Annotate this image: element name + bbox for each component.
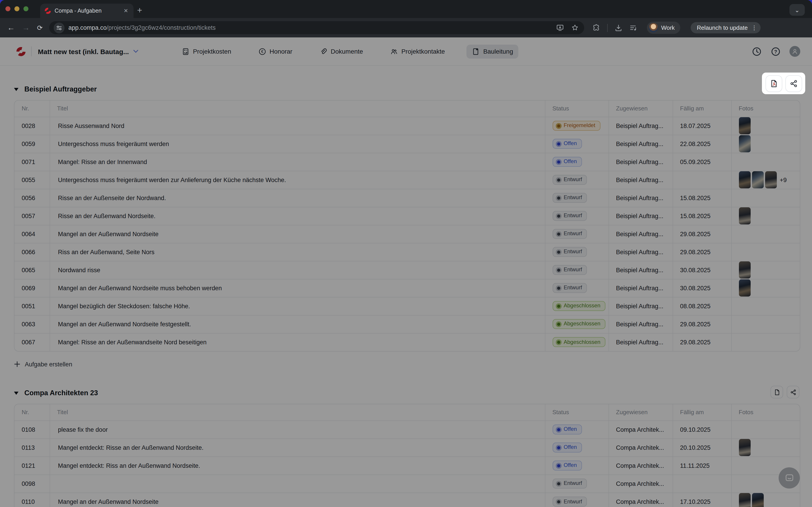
photo-thumbnail[interactable] <box>752 171 763 188</box>
ticket-number: 0059 <box>14 135 50 153</box>
photo-thumbnail[interactable] <box>765 171 776 188</box>
status-label: Entwurf <box>564 285 582 291</box>
pdf-export-button[interactable] <box>765 75 782 92</box>
table-row[interactable]: 0055Untergeschoss muss freigeräumt werde… <box>14 171 800 189</box>
status-label: Entwurf <box>564 481 582 487</box>
table-row[interactable]: 0121Mangel entdeckt: Riss an der Außenwa… <box>14 456 800 474</box>
column-header: Titel <box>50 101 545 117</box>
create-task-button[interactable]: Aufgabe erstellen <box>14 359 800 370</box>
help-icon[interactable]: ? <box>770 46 781 57</box>
ticket-number: 0065 <box>14 261 50 279</box>
column-header: Fotos <box>731 404 800 420</box>
site-info-icon[interactable] <box>53 22 64 33</box>
table-row[interactable]: 0113Mangel entdeckt: Risse an der Außenw… <box>14 439 800 456</box>
photo-thumbnail[interactable] <box>739 207 750 224</box>
share-button[interactable] <box>785 75 802 92</box>
table-row[interactable]: 0067Mangel: Risse an der Außenwandseite … <box>14 333 800 351</box>
ticket-number: 0110 <box>14 493 50 507</box>
chat-bubble-icon <box>784 473 794 483</box>
tickets-table: Nr.TitelStatusZugewiesenFällig amFotos01… <box>14 404 800 507</box>
table-row[interactable]: 0108please fix the doorOffenCompa Archit… <box>14 420 800 439</box>
share-button[interactable] <box>787 386 799 398</box>
app-header: Matt new test (inkl. Bautag... Projektko… <box>0 38 812 66</box>
tab-search-button[interactable]: ⌄ <box>790 4 805 16</box>
new-tab-button[interactable]: + <box>137 4 142 16</box>
relaunch-to-update-button[interactable]: Relaunch to update ⋮ <box>691 22 761 33</box>
table-row[interactable]: 0098EntwurfCompa Architek... <box>14 474 800 493</box>
table-row[interactable]: 0069Mangel an der Außenwand Nordseite mu… <box>14 279 800 297</box>
reload-icon[interactable]: ⟳ <box>37 24 43 32</box>
downloads-icon[interactable] <box>614 24 622 32</box>
ticket-title: Risse an der Außenseite der Nordwand. <box>50 189 545 207</box>
header-actions: ? <box>752 46 800 57</box>
photo-thumbnail[interactable] <box>752 493 763 507</box>
photo-thumbnail[interactable] <box>739 171 750 188</box>
status-label: Entwurf <box>564 213 582 219</box>
back-icon[interactable]: ← <box>7 23 15 32</box>
zoom-window-button[interactable] <box>23 6 29 11</box>
tab-close-icon[interactable]: ✕ <box>123 8 129 14</box>
nav-item-bauleitung[interactable]: Bauleitung <box>466 44 518 58</box>
table-row[interactable]: 0051Mangel bezüglich der Steckdosen: fal… <box>14 297 800 315</box>
ticket-due-date: 29.08.2025 <box>673 243 731 261</box>
collapse-caret-icon[interactable] <box>14 391 18 395</box>
ticket-title: Nordwand risse <box>50 261 545 279</box>
photo-thumbnail[interactable] <box>739 279 750 296</box>
project-selector[interactable]: Matt new test (inkl. Bautag... <box>38 48 138 55</box>
photos-more-count: +9 <box>780 176 787 183</box>
nav-item-dokumente[interactable]: Dokumente <box>314 44 368 58</box>
table-row[interactable]: 0065Nordwand risseEntwurfBeispiel Auftra… <box>14 261 800 279</box>
tickets-content: Beispiel AuftraggeberNr.TitelStatusZugew… <box>0 84 812 507</box>
table-row[interactable]: 0063Mangel an der Außenwand Nordseite fe… <box>14 315 800 333</box>
ticket-status-cell: Offen <box>545 439 609 456</box>
pdf-export-button[interactable] <box>770 386 783 398</box>
minimize-window-button[interactable] <box>14 6 19 11</box>
photo-thumbnail[interactable] <box>739 439 750 456</box>
forward-icon[interactable]: → <box>22 23 30 32</box>
table-row[interactable]: 0064Mangel an der Außenwand NordseiteEnt… <box>14 225 800 243</box>
section-title: Compa Architekten 23 <box>24 389 98 397</box>
save-to-device-icon[interactable] <box>556 24 564 32</box>
table-row[interactable]: 0059Untergeschoss muss freigeräumt werde… <box>14 135 800 153</box>
table-row[interactable]: 0028Risse Aussenwand NordFreigemeldetBei… <box>14 117 800 135</box>
bookmark-star-icon[interactable] <box>571 24 578 32</box>
browser-tab[interactable]: Compa - Aufgaben ✕ <box>40 4 134 18</box>
header-divider <box>31 46 32 56</box>
table-row[interactable]: 0056Risse an der Außenseite der Nordwand… <box>14 189 800 207</box>
photo-thumbnail[interactable] <box>739 117 750 134</box>
ticket-title: Mangel an der Außenwand Nordseite muss b… <box>50 279 545 297</box>
table-row[interactable]: 0071Mangel: Risse an der InnenwandOffenB… <box>14 153 800 171</box>
user-avatar[interactable] <box>790 46 800 57</box>
browser-menu-icon[interactable]: ⋮ <box>751 25 757 31</box>
nav-item-label: Projektkontakte <box>401 48 445 55</box>
ticket-number: 0057 <box>14 207 50 225</box>
media-controls-icon[interactable] <box>629 24 637 32</box>
photo-thumbnail[interactable] <box>739 262 750 279</box>
browser-profile-chip[interactable]: Work <box>647 22 680 34</box>
chat-launcher-button[interactable] <box>779 467 800 489</box>
ticket-photos-cell <box>731 153 800 171</box>
nav-item-honorar[interactable]: €Honorar <box>253 44 298 58</box>
people-icon <box>390 48 398 55</box>
tour-spotlight <box>762 72 805 94</box>
table-row[interactable]: 0110Mangel an der Außenwand NordseiteEnt… <box>14 493 800 507</box>
ticket-number: 0056 <box>14 189 50 207</box>
table-row[interactable]: 0057Risse an der Außenwand Nordseite.Ent… <box>14 207 800 225</box>
relaunch-label: Relaunch to update <box>697 24 748 31</box>
nav-item-label: Dokumente <box>331 48 363 55</box>
close-window-button[interactable] <box>5 6 10 11</box>
ticket-due-date: 29.08.2025 <box>673 333 731 351</box>
photo-thumbnail[interactable] <box>739 135 750 152</box>
photo-thumbnail[interactable] <box>739 493 750 507</box>
nav-item-projektkontakte[interactable]: Projektkontakte <box>385 44 450 58</box>
ticket-assignee: Beispiel Auftrag... <box>609 279 673 297</box>
history-clock-icon[interactable] <box>752 46 762 57</box>
ticket-status-cell: Abgeschlossen <box>545 315 609 333</box>
ticket-photos-cell <box>731 261 800 279</box>
extensions-icon[interactable] <box>592 24 600 32</box>
collapse-caret-icon[interactable] <box>14 88 18 91</box>
nav-item-projektkosten[interactable]: Projektkosten <box>176 44 237 58</box>
table-row[interactable]: 0066Riss an der Außenwand, Seite NorsEnt… <box>14 243 800 261</box>
address-bar[interactable]: app.compa.co/projects/3g2gc6wz4/construc… <box>49 21 584 34</box>
ticket-number: 0066 <box>14 243 50 261</box>
